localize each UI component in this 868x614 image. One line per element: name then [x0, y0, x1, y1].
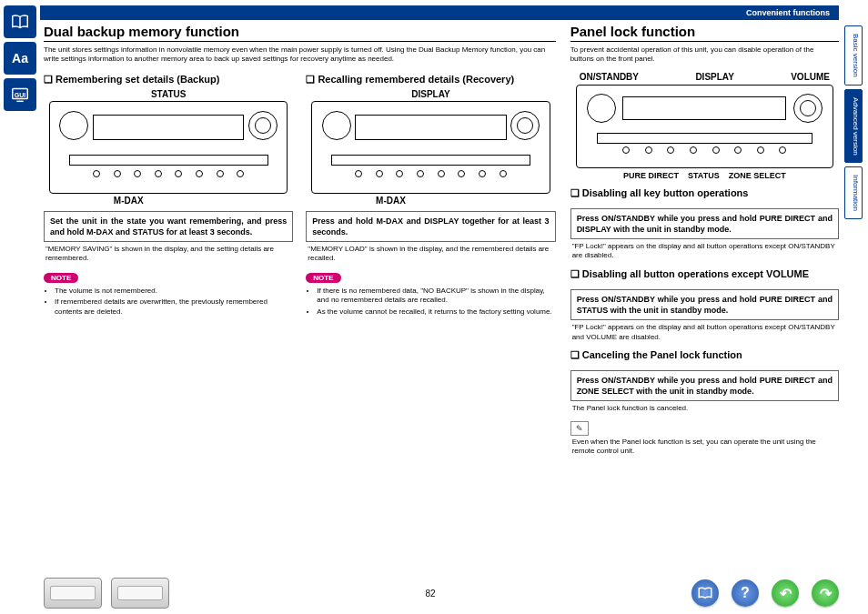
instruction-disable-all: Press ON/STANDBY while you press and hol…	[570, 208, 839, 239]
label-zoneselect: ZONE SELECT	[729, 171, 786, 180]
title-dual-backup: Dual backup memory function	[44, 24, 556, 42]
label-puredirect: PURE DIRECT	[623, 171, 679, 180]
tip-panel-lock: Even when the Panel lock function is set…	[572, 438, 837, 457]
instruction-recovery-text: Press and hold M-DAX and DISPLAY togethe…	[312, 216, 549, 237]
note-item: The volume is not remembered.	[55, 287, 293, 296]
instruction-cancel-lock-text: Press ON/STANDBY while you press and hol…	[577, 376, 833, 396]
heading-recovery: Recalling remembered details (Recovery)	[306, 74, 555, 86]
heading-backup: Remembering set details (Backup)	[44, 74, 293, 86]
front-panel-figure-lock	[576, 85, 833, 168]
instruction-disable-except-volume: Press ON/STANDBY while you press and hol…	[570, 289, 839, 320]
nav-next-button[interactable]: ↷	[812, 579, 839, 607]
intro-dual-backup: The unit stores settings information in …	[44, 45, 556, 65]
left-nav-gui-icon[interactable]: GUI	[4, 78, 36, 111]
fig-label-display: DISPLAY	[306, 89, 555, 99]
pencil-icon: ✎	[570, 421, 589, 436]
instruction-recovery: Press and hold M-DAX and DISPLAY togethe…	[306, 211, 555, 242]
instruction-disable-except-volume-text: Press ON/STANDBY while you press and hol…	[577, 295, 833, 315]
after-backup: "MEMORY SAVING" is shown in the display,…	[45, 245, 291, 264]
right-tab-basic[interactable]: Basic version	[844, 25, 863, 86]
notes-recovery: If there is no remembered data, "NO BACK…	[308, 287, 555, 317]
label-onstandby: ON/STANDBY	[580, 72, 639, 82]
title-panel-lock: Panel lock function	[570, 24, 839, 42]
front-panel-figure-recovery	[311, 101, 550, 194]
heading-disable-except-volume: Disabling all button operations except V…	[570, 268, 839, 280]
note-item: As the volume cannot be recalled, it ret…	[317, 307, 555, 317]
front-panel-figure-backup	[49, 101, 288, 194]
right-tab-advanced[interactable]: Advanced version	[844, 89, 863, 164]
nav-contents-button[interactable]	[691, 579, 719, 607]
notes-backup: The volume is not remembered. If remembe…	[45, 287, 293, 317]
instruction-backup: Set the unit in the state you want remem…	[44, 211, 293, 242]
after-disable-all: "FP Lock!" appears on the display and al…	[572, 242, 837, 261]
instruction-cancel-lock: Press ON/STANDBY while you press and hol…	[570, 370, 839, 401]
nav-prev-button[interactable]: ↶	[772, 579, 799, 607]
note-item: If remembered details are overwritten, t…	[55, 297, 293, 317]
note-pill-1: NOTE	[44, 273, 78, 283]
label-display: DISPLAY	[695, 72, 733, 82]
heading-disable-all: Disabling all key button operations	[570, 187, 839, 199]
page-number: 82	[169, 589, 691, 599]
instruction-backup-text: Set the unit in the state you want remem…	[50, 216, 287, 237]
section-header: Convenient functions	[40, 5, 839, 20]
left-nav-aa-icon[interactable]: Aa	[4, 42, 36, 75]
after-disable-except-volume: "FP Lock!" appears on the display and al…	[572, 323, 837, 342]
instruction-disable-all-text: Press ON/STANDBY while you press and hol…	[577, 214, 833, 234]
fig-label-mdax-1: M-DAX	[114, 196, 294, 206]
after-recovery: "MEMORY LOAD" is shown in the display, a…	[308, 245, 553, 264]
after-cancel-lock: The Panel lock function is canceled.	[572, 404, 837, 413]
right-tab-information[interactable]: Information	[844, 166, 863, 219]
heading-cancel-lock: Canceling the Panel lock function	[570, 349, 839, 361]
fig-label-status: STATUS	[44, 89, 293, 99]
note-item: If there is no remembered data, "NO BACK…	[317, 287, 555, 306]
nav-help-button[interactable]: ?	[732, 579, 759, 607]
left-nav-book-icon[interactable]	[4, 5, 36, 38]
intro-panel-lock: To prevent accidental operation of this …	[570, 45, 839, 65]
thumbnail-rear-panel[interactable]	[111, 578, 169, 609]
label-volume: VOLUME	[791, 72, 830, 82]
note-pill-2: NOTE	[306, 273, 340, 283]
label-status: STATUS	[688, 171, 720, 180]
fig-label-mdax-2: M-DAX	[376, 196, 556, 206]
thumbnail-front-panel[interactable]	[44, 578, 102, 609]
